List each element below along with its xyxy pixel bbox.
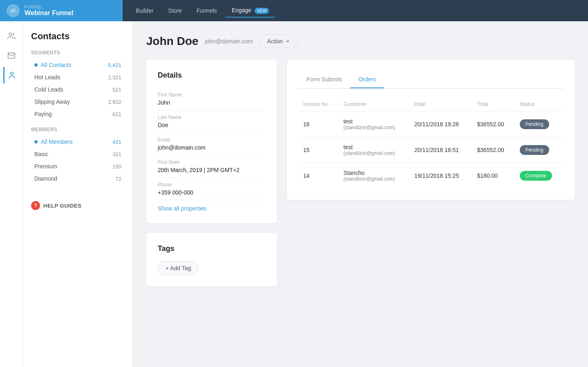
- date-cell: 19/11/2018 15:25: [409, 163, 472, 189]
- detail-phone: Phone +359 000-000: [158, 178, 266, 200]
- brand-label: FUNNEL: [25, 5, 74, 9]
- contact-name: John Doe: [146, 35, 199, 48]
- nav-builder[interactable]: Builder: [129, 4, 160, 17]
- right-column: Form Submits Orders Invoice No Customer …: [287, 60, 575, 286]
- col-status: Status: [515, 97, 563, 112]
- layout: Contacts Segments All Contacts 5,421 Hot…: [0, 21, 588, 367]
- customer-cell: Stancho (standilzor@gmail.com): [339, 163, 409, 189]
- status-cell: Complete: [515, 163, 563, 189]
- sidebar-item-basic[interactable]: Basic 321: [31, 148, 125, 160]
- table-header-row: Invoice No Customer Date Total Status: [298, 97, 563, 112]
- main-content: John Doe john@domain.com Action Details …: [133, 21, 588, 367]
- detail-email: Email john@domain.com: [158, 133, 266, 155]
- members-active-dot: [34, 140, 38, 143]
- col-date: Date: [409, 97, 472, 112]
- details-fields: First Name John Last Name Doe Email john…: [158, 88, 266, 200]
- date-cell: 20/11/2018 18:51: [409, 137, 472, 163]
- members-label: Members: [31, 127, 125, 132]
- add-tag-button[interactable]: + Add Tag: [158, 261, 199, 275]
- help-guides-btn[interactable]: ? HELP GUIDES: [31, 201, 125, 210]
- active-dot: [34, 63, 38, 67]
- top-nav: ⇄ FUNNEL Webinar Funnel Builder Store Fu…: [0, 0, 588, 21]
- nav-links: Builder Store Funnels Engage NEW: [123, 0, 282, 21]
- left-sidebar: Contacts Segments All Contacts 5,421 Hot…: [23, 21, 133, 367]
- orders-tabs: Form Submits Orders: [298, 71, 563, 89]
- customer-cell: test (standilzor@gmail.com): [339, 112, 409, 137]
- segments-label: Segments: [31, 50, 125, 56]
- sidebar-item-paying[interactable]: Paying 621: [31, 108, 125, 120]
- help-icon: ?: [31, 201, 40, 210]
- customer-cell: test (standilzor@gmail.com): [339, 137, 409, 163]
- icon-sidebar: [0, 21, 23, 367]
- table-row[interactable]: 14 Stancho (standilzor@gmail.com) 19/11/…: [298, 163, 563, 189]
- orders-card: Form Submits Orders Invoice No Customer …: [287, 60, 575, 200]
- status-cell: Pending: [515, 137, 563, 163]
- tab-orders[interactable]: Orders: [350, 71, 384, 88]
- invoice-no: 15: [298, 137, 339, 163]
- svg-point-0: [9, 33, 12, 36]
- tags-title: Tags: [158, 244, 266, 253]
- table-row[interactable]: 15 test (standilzor@gmail.com) 20/11/201…: [298, 137, 563, 163]
- col-total: Total: [472, 97, 515, 112]
- tags-card: Tags + Add Tag: [146, 233, 277, 286]
- status-badge: Pending: [520, 119, 549, 129]
- col-invoice: Invoice No: [298, 97, 339, 112]
- table-row[interactable]: 16 test (standilzor@gmail.com) 20/11/201…: [298, 112, 563, 137]
- nav-funnels[interactable]: Funnels: [190, 4, 224, 17]
- sidebar-item-slipping-away[interactable]: Slipping Away 2,932: [31, 96, 125, 108]
- sidebar-item-all-contacts[interactable]: All Contacts 5,421: [31, 59, 125, 71]
- sidebar-title: Contacts: [31, 31, 125, 42]
- brand-text: FUNNEL Webinar Funnel: [25, 5, 74, 17]
- details-card: Details First Name John Last Name Doe Em…: [146, 60, 277, 223]
- action-button[interactable]: Action: [259, 34, 298, 48]
- nav-store[interactable]: Store: [162, 4, 188, 17]
- help-guides-label: HELP GUIDES: [43, 203, 81, 209]
- invoice-no: 16: [298, 112, 339, 137]
- detail-first-seen: First Seen 20th March, 2019 | 2PM GMT+2: [158, 155, 266, 178]
- contact-email: john@domain.com: [205, 38, 253, 45]
- brand-icon: ⇄: [7, 4, 20, 17]
- date-cell: 20/11/2018 19:28: [409, 112, 472, 137]
- email-icon-btn[interactable]: [3, 47, 20, 64]
- detail-last-name: Last Name Doe: [158, 110, 266, 133]
- detail-first-name: First Name John: [158, 88, 266, 110]
- status-badge: Pending: [520, 145, 549, 155]
- total-cell: $36552.00: [472, 137, 515, 163]
- content-columns: Details First Name John Last Name Doe Em…: [146, 60, 575, 286]
- nav-engage[interactable]: Engage NEW: [225, 4, 276, 18]
- total-cell: $180.00: [472, 163, 515, 189]
- sidebar-item-cold-leads[interactable]: Cold Leads 521: [31, 83, 125, 96]
- sidebar-item-all-members[interactable]: All Members 421: [31, 136, 125, 148]
- status-cell: Pending: [515, 112, 563, 137]
- details-title: Details: [158, 71, 266, 80]
- invoice-no: 14: [298, 163, 339, 189]
- brand-name: Webinar Funnel: [25, 9, 74, 17]
- col-customer: Customer: [339, 97, 409, 112]
- tab-form-submits[interactable]: Form Submits: [298, 71, 350, 88]
- status-badge: Complete: [520, 171, 552, 181]
- orders-table: Invoice No Customer Date Total Status 16…: [298, 97, 563, 188]
- sidebar-item-hot-leads[interactable]: Hot Leads 2,321: [31, 71, 125, 83]
- sidebar-item-diamond[interactable]: Diamond 72: [31, 172, 125, 185]
- brand[interactable]: ⇄ FUNNEL Webinar Funnel: [0, 0, 123, 21]
- nav-badge: NEW: [255, 8, 269, 14]
- sidebar-item-premium[interactable]: Premium 150: [31, 160, 125, 172]
- show-all-properties-link[interactable]: Show all properties: [158, 205, 206, 212]
- users-icon-btn[interactable]: [3, 28, 20, 44]
- contact-icon-btn[interactable]: [3, 67, 20, 83]
- contact-header: John Doe john@domain.com Action: [146, 34, 575, 48]
- left-column: Details First Name John Last Name Doe Em…: [146, 60, 277, 286]
- svg-point-1: [11, 72, 13, 75]
- total-cell: $36552.00: [472, 112, 515, 137]
